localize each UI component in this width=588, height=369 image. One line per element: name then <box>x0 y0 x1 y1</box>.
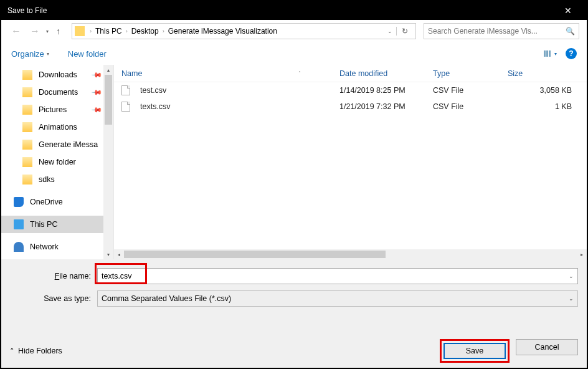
chevron-down-icon[interactable]: ⌄ <box>569 273 574 279</box>
column-label: Name <box>121 69 142 78</box>
file-row[interactable]: test.csv 1/14/2019 8:25 PM CSV File 3,05… <box>114 82 587 98</box>
folder-icon <box>22 175 32 184</box>
onedrive-icon <box>14 197 24 207</box>
column-headers: Name ˄ Date modified Type Size <box>114 65 587 82</box>
footer: ˄ Hide Folders Save Cancel <box>10 339 578 363</box>
forward-button[interactable]: → <box>27 26 42 37</box>
column-header-name[interactable]: Name ˄ <box>114 69 332 78</box>
view-icon <box>544 50 551 57</box>
search-placeholder: Search Generate iMessage Vis... <box>428 27 538 36</box>
history-dropdown[interactable]: ▾ <box>46 29 49 34</box>
folder-icon <box>75 26 85 36</box>
file-row[interactable]: texts.csv 1/21/2019 7:32 PM CSV File 1 K… <box>114 98 587 115</box>
breadcrumb-desktop[interactable]: Desktop <box>130 27 160 36</box>
pc-icon <box>14 219 24 229</box>
scroll-up-icon[interactable]: ▴ <box>103 65 113 75</box>
view-options-button[interactable]: ▾ <box>544 50 557 57</box>
chevron-up-icon: ˄ <box>10 347 14 356</box>
sidebar-item-new-folder[interactable]: New folder <box>1 153 113 171</box>
chevron-right-icon: › <box>87 28 94 34</box>
file-name: test.csv <box>140 86 166 95</box>
sort-indicator-icon: ˄ <box>298 70 301 76</box>
new-folder-button[interactable]: New folder <box>68 49 107 59</box>
refresh-button[interactable]: ↻ <box>396 27 413 36</box>
breadcrumb-folder[interactable]: Generate iMessage Visualization <box>167 27 278 36</box>
title-bar: Save to File ✕ <box>1 1 587 20</box>
window-title: Save to File <box>7 6 556 15</box>
sidebar-item-label: Documents <box>39 88 78 97</box>
file-date: 1/14/2019 8:25 PM <box>332 86 425 95</box>
sidebar-item-label: Network <box>30 242 59 251</box>
main-area: Downloads 📌 Documents 📌 Pictures 📌 Anima… <box>1 65 587 259</box>
address-dropdown-icon[interactable]: ⌄ <box>384 28 396 34</box>
sidebar-scrollbar[interactable]: ▴ ▾ <box>103 65 113 259</box>
file-type: CSV File <box>425 102 500 111</box>
file-size: 1 KB <box>500 102 587 111</box>
filename-row: File name: texts.csv ⌄ <box>10 268 578 284</box>
sidebar-item-documents[interactable]: Documents 📌 <box>1 84 113 101</box>
breadcrumb-thispc[interactable]: This PC <box>94 27 123 36</box>
horizontal-scrollbar[interactable]: ◂ ▸ <box>114 249 587 259</box>
folder-icon <box>22 105 32 115</box>
file-date: 1/21/2019 7:32 PM <box>332 102 425 111</box>
sidebar-item-network[interactable]: Network <box>1 238 113 256</box>
back-button[interactable]: ← <box>9 26 24 37</box>
file-name: texts.csv <box>140 102 171 111</box>
file-icon <box>121 102 130 112</box>
sidebar-item-onedrive[interactable]: OneDrive <box>1 193 113 211</box>
help-button[interactable]: ? <box>566 48 577 59</box>
address-bar[interactable]: › This PC › Desktop › Generate iMessage … <box>72 23 416 39</box>
sidebar-item-pictures[interactable]: Pictures 📌 <box>1 101 113 118</box>
sidebar-item-label: This PC <box>30 220 57 229</box>
sidebar-item-generate-imessage[interactable]: Generate iMessa <box>1 136 113 153</box>
scrollbar-thumb[interactable] <box>105 75 112 125</box>
hide-folders-label: Hide Folders <box>18 347 62 355</box>
sidebar-item-label: OneDrive <box>30 198 63 206</box>
chevron-right-icon: › <box>123 28 130 34</box>
organize-menu[interactable]: Organize ▾ <box>11 49 49 59</box>
up-button[interactable]: ↑ <box>52 26 64 36</box>
file-size: 3,058 KB <box>500 86 587 95</box>
column-header-date[interactable]: Date modified <box>332 69 425 78</box>
hide-folders-toggle[interactable]: ˄ Hide Folders <box>10 347 62 356</box>
filename-value: texts.csv <box>102 272 132 280</box>
chevron-down-icon[interactable]: ⌄ <box>569 295 574 302</box>
sidebar-item-label: New folder <box>39 158 76 166</box>
file-icon <box>121 85 130 95</box>
column-header-size[interactable]: Size <box>500 69 587 78</box>
search-icon: 🔍 <box>566 27 575 36</box>
savetype-value: Comma Separated Values File (*.csv) <box>102 294 231 303</box>
sidebar-item-label: sdks <box>39 175 55 184</box>
sidebar-item-sdks[interactable]: sdks <box>1 171 113 188</box>
filename-input[interactable]: texts.csv ⌄ <box>97 268 578 284</box>
navigation-bar: ← → ▾ ↑ › This PC › Desktop › Generate i… <box>1 20 587 42</box>
sidebar-item-label: Pictures <box>39 105 67 114</box>
scroll-left-icon[interactable]: ◂ <box>114 252 124 257</box>
chevron-down-icon: ▾ <box>554 51 557 57</box>
pin-icon: 📌 <box>90 69 102 80</box>
cancel-button[interactable]: Cancel <box>516 339 578 355</box>
savetype-dropdown[interactable]: Comma Separated Values File (*.csv) ⌄ <box>97 290 578 307</box>
sidebar-item-label: Downloads <box>39 70 77 79</box>
organize-label: Organize <box>11 49 44 59</box>
close-button[interactable]: ✕ <box>556 6 581 16</box>
save-button[interactable]: Save <box>443 343 506 359</box>
savetype-label: Save as type: <box>10 290 97 307</box>
scroll-down-icon[interactable]: ▾ <box>103 249 113 259</box>
sidebar-item-label: Animations <box>39 123 77 132</box>
bottom-panel: File name: texts.csv ⌄ Save as type: Com… <box>1 259 587 369</box>
sidebar-item-animations[interactable]: Animations <box>1 118 113 136</box>
sidebar: Downloads 📌 Documents 📌 Pictures 📌 Anima… <box>1 65 113 259</box>
column-header-type[interactable]: Type <box>425 69 500 78</box>
chevron-down-icon: ▾ <box>47 51 49 57</box>
file-type: CSV File <box>425 86 500 95</box>
scroll-right-icon[interactable]: ▸ <box>577 252 587 257</box>
filename-label: File name: <box>10 268 97 284</box>
sidebar-item-downloads[interactable]: Downloads 📌 <box>1 66 113 84</box>
pin-icon: 📌 <box>90 86 102 98</box>
sidebar-item-thispc[interactable]: This PC <box>1 216 113 233</box>
search-input[interactable]: Search Generate iMessage Vis... 🔍 <box>424 23 579 39</box>
folder-icon <box>22 122 32 132</box>
folder-icon <box>22 157 32 167</box>
scrollbar-thumb[interactable] <box>124 251 386 258</box>
